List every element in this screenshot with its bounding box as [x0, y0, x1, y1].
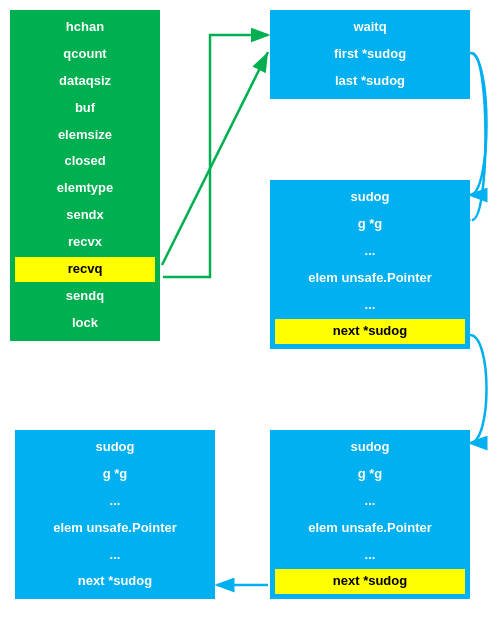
sudog-top-elem: elem unsafe.Pointer: [275, 266, 465, 291]
sudog-br-dots2: ...: [275, 543, 465, 568]
field-sendq: sendq: [15, 284, 155, 309]
sudog-br-dots1: ...: [275, 489, 465, 514]
sudog-top-box: sudog g *g ... elem unsafe.Pointer ... n…: [270, 180, 470, 349]
sudog-bl-next: next *sudog: [20, 569, 210, 594]
sudog-br-elem: elem unsafe.Pointer: [275, 516, 465, 541]
waitq-first: first *sudog: [275, 42, 465, 67]
waitq-box: waitq first *sudog last *sudog: [270, 10, 470, 99]
waitq-title: waitq: [275, 15, 465, 40]
field-recvq: recvq: [15, 257, 155, 282]
field-elemsize: elemsize: [15, 123, 155, 148]
sudog-bl-g: g *g: [20, 462, 210, 487]
field-buf: buf: [15, 96, 155, 121]
sudog-top-next: next *sudog: [275, 319, 465, 344]
sudog-top-dots2: ...: [275, 293, 465, 318]
arrow-recvq-waitq: [163, 35, 268, 277]
sudog-br-title: sudog: [275, 435, 465, 460]
sudog-top-title: sudog: [275, 185, 465, 210]
arrow-recvq-to-waitq: [162, 52, 268, 265]
sudog-top-dots1: ...: [275, 239, 465, 264]
sudog-bl-title: sudog: [20, 435, 210, 460]
sudog-bottom-right-box: sudog g *g ... elem unsafe.Pointer ... n…: [270, 430, 470, 599]
sudog-bottom-left-box: sudog g *g ... elem unsafe.Pointer ... n…: [15, 430, 215, 599]
field-recvx: recvx: [15, 230, 155, 255]
diagram-container: hchan qcount dataqsiz buf elemsize close…: [0, 0, 501, 627]
arrow-sudog-top-next: [470, 335, 487, 443]
sudog-bl-elem: elem unsafe.Pointer: [20, 516, 210, 541]
sudog-bl-dots2: ...: [20, 543, 210, 568]
field-hchan: hchan: [15, 15, 155, 40]
sudog-br-next: next *sudog: [275, 569, 465, 594]
waitq-last: last *sudog: [275, 69, 465, 94]
sudog-top-g: g *g: [275, 212, 465, 237]
struct-box: hchan qcount dataqsiz buf elemsize close…: [10, 10, 160, 341]
field-dataqsiz: dataqsiz: [15, 69, 155, 94]
field-qcount: qcount: [15, 42, 155, 67]
field-sendx: sendx: [15, 203, 155, 228]
sudog-bl-dots1: ...: [20, 489, 210, 514]
arrow-waitq-first-curve: [472, 53, 486, 220]
field-elemtype: elemtype: [15, 176, 155, 201]
field-closed: closed: [15, 149, 155, 174]
arrow-waitq-first-sudog: [470, 53, 487, 195]
sudog-br-g: g *g: [275, 462, 465, 487]
field-lock: lock: [15, 311, 155, 336]
